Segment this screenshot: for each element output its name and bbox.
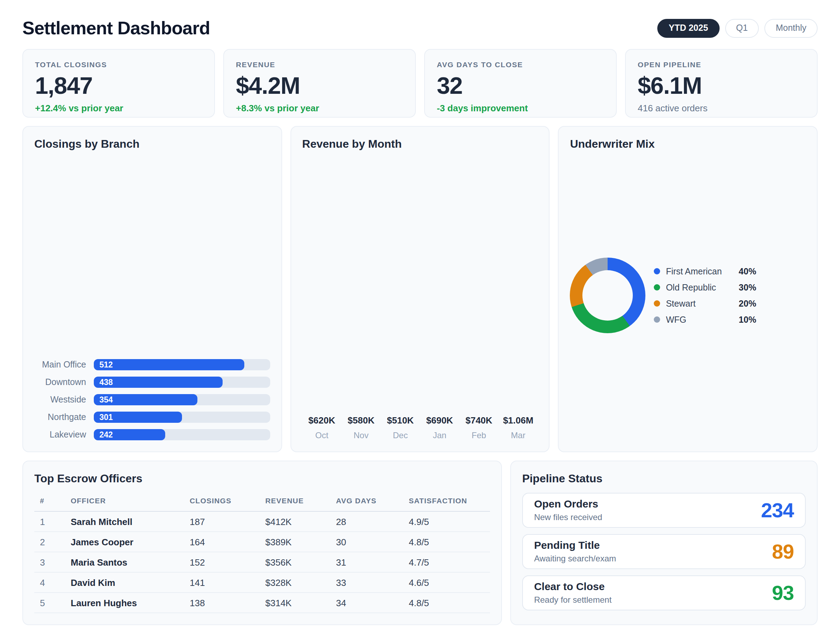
pipeline-item-name: Pending Title — [534, 540, 616, 552]
filter-pill-ytd-2025[interactable]: YTD 2025 — [658, 19, 720, 38]
month-name-label: Feb — [459, 431, 498, 440]
kpi-label: AVG DAYS TO CLOSE — [437, 60, 604, 69]
column-header-satisfaction: SATISFACTION — [409, 493, 490, 512]
officer-name: James Cooper — [71, 532, 190, 552]
time-filter-group: YTD 2025 Q1 Monthly — [658, 19, 818, 38]
table-row: 5 Lauren Hughes 138 $314K 34 4.8/5 — [34, 592, 490, 613]
kpi-card-open-pipeline: OPEN PIPELINE $6.1M 416 active orders — [625, 49, 818, 118]
officer-satisfaction: 4.6/5 — [409, 572, 490, 592]
kpi-card-avg-days-to-close: AVG DAYS TO CLOSE 32 -3 days improvement — [424, 49, 617, 118]
officer-rank: 4 — [34, 572, 71, 592]
table-header-row: # OFFICER CLOSINGS REVENUE AVG DAYS SATI… — [34, 493, 490, 512]
officer-avg-days: 31 — [336, 552, 409, 572]
kpi-delta: +12.4% vs prior year — [35, 103, 202, 114]
officer-revenue: $412K — [265, 512, 336, 532]
kpi-value: 1,847 — [35, 74, 202, 97]
legend-percent: 20% — [739, 298, 756, 308]
pipeline-item-name: Open Orders — [534, 499, 602, 510]
officer-avg-days: 30 — [336, 532, 409, 552]
underwriter-donut-chart — [570, 257, 646, 333]
legend-item: WFG 10% — [654, 315, 756, 324]
officer-satisfaction: 4.9/5 — [409, 512, 490, 532]
bar-track: 512 — [94, 359, 270, 370]
officer-closings: 187 — [190, 512, 265, 532]
pipeline-list: Open Orders New files received 234 Pendi… — [522, 493, 806, 610]
officer-name: Maria Santos — [71, 552, 190, 572]
bar-row: Main Office 512 — [34, 359, 270, 370]
officer-closings: 164 — [190, 532, 265, 552]
pipeline-item-text: Open Orders New files received — [534, 499, 602, 522]
bar-row: Downtown 438 — [34, 377, 270, 388]
charts-row: Closings by Branch Main Office 512 Downt… — [22, 126, 818, 452]
month-value-label: $1.06M — [498, 415, 538, 426]
column-header-officer: OFFICER — [71, 493, 190, 512]
month-value-label: $620K — [302, 415, 341, 426]
kpi-value: 32 — [437, 74, 604, 97]
pipeline-item-text: Pending Title Awaiting search/exam — [534, 540, 616, 564]
donut-chart-area: First American 40% Old Republic 30% Stew… — [570, 150, 806, 440]
bar-fill: 301 — [94, 412, 182, 423]
officer-satisfaction: 4.7/5 — [409, 552, 490, 572]
pipeline-status-card: Pipeline Status Open Orders New files re… — [510, 461, 818, 625]
month-labels-row: $620K Oct $580K Nov $510K Dec $690K Jan … — [302, 415, 538, 440]
month-column: $690K Jan — [420, 415, 459, 440]
bar-category-label: Downtown — [34, 377, 86, 387]
legend-percent: 40% — [739, 266, 756, 276]
revenue-by-month-card: Revenue by Month $620K Oct $580K Nov $51… — [290, 126, 549, 452]
bar-row: Northgate 301 — [34, 412, 270, 423]
kpi-delta: +8.3% vs prior year — [236, 103, 403, 114]
month-value-label: $690K — [420, 415, 459, 426]
legend-dot-icon — [654, 284, 660, 291]
bar-row: Westside 354 — [34, 394, 270, 405]
kpi-delta: -3 days improvement — [437, 103, 604, 114]
header: Settlement Dashboard YTD 2025 Q1 Monthly — [22, 16, 818, 41]
kpi-card-total-closings: TOTAL CLOSINGS 1,847 +12.4% vs prior yea… — [22, 49, 215, 118]
pipeline-title: Pipeline Status — [522, 472, 806, 485]
officer-satisfaction: 4.8/5 — [409, 532, 490, 552]
pipeline-item-clear-to-close: Clear to Close Ready for settlement 93 — [522, 575, 806, 610]
page-title: Settlement Dashboard — [22, 17, 210, 39]
bar-track: 242 — [94, 429, 270, 440]
column-header-rank: # — [34, 493, 71, 512]
bar-category-label: Lakeview — [34, 430, 86, 440]
month-name-label: Mar — [498, 431, 538, 440]
chart-title: Closings by Branch — [34, 138, 270, 150]
bar-category-label: Westside — [34, 395, 86, 404]
filter-pill-q1[interactable]: Q1 — [725, 19, 759, 38]
officer-closings: 152 — [190, 552, 265, 572]
filter-pill-monthly[interactable]: Monthly — [764, 19, 818, 38]
pipeline-item-count: 89 — [772, 540, 794, 563]
table-row: 4 David Kim 141 $328K 33 4.6/5 — [34, 572, 490, 592]
pipeline-item-count: 93 — [772, 581, 794, 605]
officer-rank: 5 — [34, 592, 71, 613]
month-column: $620K Oct — [302, 415, 341, 440]
branch-bar-chart: Main Office 512 Downtown 438 Westside 35… — [34, 359, 270, 440]
closings-by-branch-card: Closings by Branch Main Office 512 Downt… — [22, 126, 282, 452]
legend-label: WFG — [666, 315, 739, 324]
pipeline-item-name: Clear to Close — [534, 581, 611, 593]
officer-revenue: $328K — [265, 572, 336, 592]
pipeline-item-sub: Ready for settlement — [534, 595, 611, 605]
pipeline-item-open-orders: Open Orders New files received 234 — [522, 493, 806, 528]
officers-table: # OFFICER CLOSINGS REVENUE AVG DAYS SATI… — [34, 493, 490, 613]
table-title: Top Escrow Officers — [34, 472, 490, 485]
column-header-avg-days: AVG DAYS — [336, 493, 409, 512]
bar-track: 354 — [94, 394, 270, 405]
officer-rank: 1 — [34, 512, 71, 532]
table-row: 1 Sarah Mitchell 187 $412K 28 4.9/5 — [34, 512, 490, 532]
chart-title: Revenue by Month — [302, 138, 538, 150]
officer-name: Lauren Hughes — [71, 592, 190, 613]
legend-item: First American 40% — [654, 266, 756, 276]
officer-revenue: $314K — [265, 592, 336, 613]
legend-item: Stewart 20% — [654, 298, 756, 308]
bar-category-label: Northgate — [34, 412, 86, 422]
bar-category-label: Main Office — [34, 360, 86, 369]
officer-avg-days: 34 — [336, 592, 409, 613]
pipeline-item-sub: Awaiting search/exam — [534, 554, 616, 564]
officer-rank: 3 — [34, 552, 71, 572]
month-name-label: Nov — [342, 431, 381, 440]
month-column: $580K Nov — [342, 415, 381, 440]
kpi-card-revenue: REVENUE $4.2M +8.3% vs prior year — [223, 49, 416, 118]
bar-row: Lakeview 242 — [34, 429, 270, 440]
officer-rank: 2 — [34, 532, 71, 552]
